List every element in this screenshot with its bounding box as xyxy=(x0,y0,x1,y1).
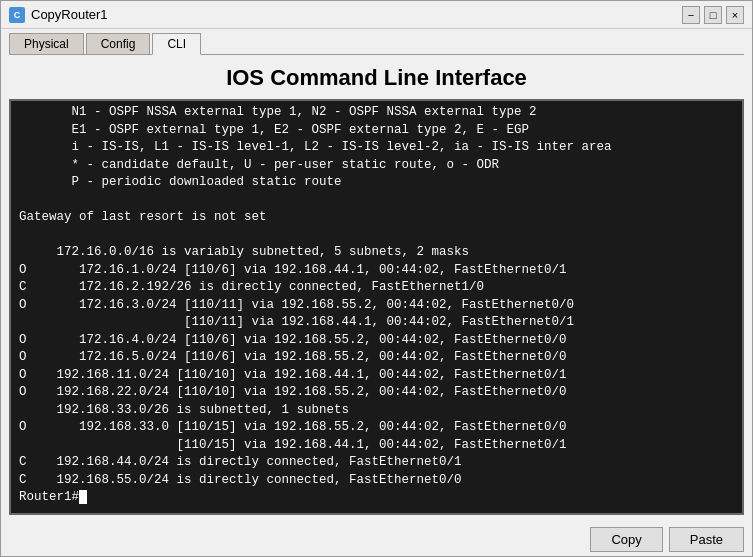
cli-cursor xyxy=(79,490,87,504)
tab-bar: Physical Config CLI xyxy=(1,29,752,54)
page-title: IOS Command Line Interface xyxy=(1,55,752,99)
maximize-button[interactable]: □ xyxy=(704,6,722,24)
window-controls: − □ × xyxy=(682,6,744,24)
cli-output[interactable]: Router1# Router1#show ip route Codes: C … xyxy=(11,101,742,513)
close-button[interactable]: × xyxy=(726,6,744,24)
minimize-button[interactable]: − xyxy=(682,6,700,24)
tab-cli[interactable]: CLI xyxy=(152,33,201,55)
tab-config[interactable]: Config xyxy=(86,33,151,54)
bottom-bar: Copy Paste xyxy=(1,523,752,556)
paste-button[interactable]: Paste xyxy=(669,527,744,552)
title-bar: C CopyRouter1 − □ × xyxy=(1,1,752,29)
cli-container: Router1# Router1#show ip route Codes: C … xyxy=(9,99,744,515)
main-window: C CopyRouter1 − □ × Physical Config CLI … xyxy=(0,0,753,557)
app-icon: C xyxy=(9,7,25,23)
title-left: C CopyRouter1 xyxy=(9,7,108,23)
tab-physical[interactable]: Physical xyxy=(9,33,84,54)
window-title: CopyRouter1 xyxy=(31,7,108,22)
copy-button[interactable]: Copy xyxy=(590,527,662,552)
